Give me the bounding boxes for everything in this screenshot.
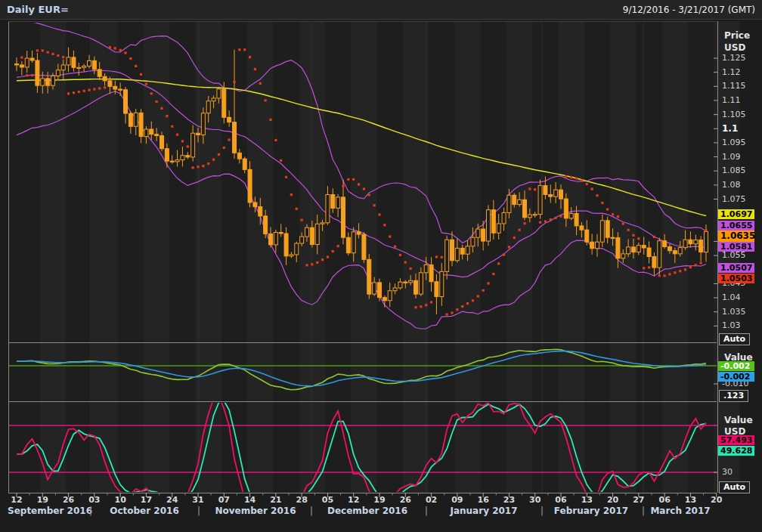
- sar-dot: [160, 107, 163, 110]
- candle-body-down: [72, 57, 76, 67]
- candle-body-up: [600, 221, 604, 242]
- stoch-axis-auto-button[interactable]: Auto: [719, 481, 750, 493]
- candle-body-down: [383, 298, 386, 301]
- candle-body-up: [393, 288, 397, 291]
- sar-dot: [674, 271, 676, 274]
- candle-body-up: [326, 195, 330, 223]
- sar-dot: [176, 134, 178, 136]
- sar-dot: [187, 145, 189, 147]
- sar-dot: [337, 245, 339, 247]
- sar-dot: [581, 179, 583, 181]
- sar-dot: [466, 302, 469, 305]
- sar-dot: [352, 178, 355, 181]
- sar-dot: [156, 101, 158, 103]
- candle-body-down: [513, 195, 516, 204]
- sar-dot: [238, 48, 240, 51]
- candle-body-up: [300, 237, 304, 243]
- sar-dot: [301, 219, 303, 221]
- price-axis-currency: USD: [724, 42, 745, 53]
- candle-body-up: [41, 79, 45, 85]
- candle-body-down: [310, 227, 314, 244]
- candle-body-up: [25, 58, 29, 67]
- sar-dot: [254, 68, 256, 70]
- sar-dot: [627, 229, 630, 231]
- sar-dot: [207, 162, 209, 165]
- candle-body-up: [471, 237, 475, 246]
- candle-body-up: [466, 246, 469, 254]
- candle-body-down: [673, 251, 677, 254]
- sar-dot: [456, 308, 458, 311]
- candle-body-down: [699, 240, 703, 252]
- candle-body-up: [388, 291, 392, 301]
- sar-dot: [586, 183, 588, 185]
- sar-dot: [129, 57, 132, 60]
- candle-body-down: [222, 89, 226, 118]
- candle-body-up: [683, 240, 687, 247]
- candle-body-up: [191, 133, 195, 157]
- week-stripe: [559, 21, 584, 493]
- candle-body-down: [346, 237, 350, 253]
- candle-body-up: [336, 197, 340, 209]
- candle-body-down: [663, 241, 667, 247]
- candle-body-down: [243, 159, 246, 169]
- sar-dot: [51, 53, 54, 55]
- chart-canvas[interactable]: [0, 0, 762, 532]
- sar-dot: [363, 187, 365, 190]
- candle-body-down: [119, 89, 122, 90]
- candle-body-up: [321, 223, 324, 224]
- candle-body-up: [295, 243, 299, 255]
- candle-body-up: [315, 224, 319, 244]
- candle-body-down: [20, 65, 23, 67]
- candle-body-down: [668, 247, 671, 251]
- sar-dot: [632, 234, 634, 237]
- sar-dot: [383, 224, 386, 226]
- sar-dot: [508, 246, 510, 248]
- candle-body-down: [139, 113, 143, 136]
- candle-body-up: [352, 232, 355, 253]
- candle-body-down: [435, 282, 438, 297]
- sar-dot: [358, 183, 360, 185]
- sar-dot: [435, 255, 438, 258]
- candle-body-up: [518, 200, 522, 204]
- sar-dot: [534, 188, 536, 190]
- candle-body-down: [549, 195, 553, 197]
- sar-dot: [394, 246, 396, 248]
- date-range-label: 9/12/2016 - 3/21/2017 (GMT): [623, 5, 755, 15]
- sar-dot: [487, 282, 489, 284]
- candle-body-up: [440, 271, 444, 296]
- sar-dot: [171, 125, 173, 128]
- sar-dot: [513, 237, 516, 239]
- candle-body-down: [150, 129, 153, 135]
- candle-body-down: [331, 195, 335, 209]
- candle-body-up: [595, 242, 599, 249]
- sar-dot: [150, 92, 153, 94]
- candle-body-down: [30, 58, 34, 60]
- week-stripe: [40, 21, 66, 493]
- candle-body-up: [56, 70, 60, 76]
- candle-body-down: [160, 136, 163, 149]
- sar-dot: [503, 253, 505, 255]
- sar-dot: [259, 82, 262, 85]
- candle-body-down: [186, 156, 190, 157]
- macd-axis-decimal-button[interactable]: .123: [719, 390, 748, 402]
- sar-dot: [612, 213, 614, 215]
- sar-dot: [441, 256, 443, 258]
- candle-body-up: [533, 215, 537, 215]
- candle-body-up: [486, 210, 490, 241]
- sar-dot: [544, 220, 547, 222]
- candle-body-down: [544, 186, 547, 195]
- candle-body-down: [450, 240, 454, 261]
- candle-body-down: [647, 248, 651, 257]
- sar-dot: [523, 222, 525, 224]
- candle-body-down: [642, 246, 646, 248]
- candle-body-up: [77, 67, 81, 68]
- sar-dot: [497, 262, 500, 264]
- sar-dot: [321, 258, 324, 261]
- sar-dot: [274, 139, 277, 141]
- candle-body-down: [123, 90, 127, 113]
- sar-dot: [31, 74, 33, 76]
- candle-body-up: [455, 248, 459, 260]
- sar-dot: [119, 49, 122, 51]
- candle-body-up: [87, 60, 91, 66]
- price-axis-auto-button[interactable]: Auto: [719, 333, 750, 345]
